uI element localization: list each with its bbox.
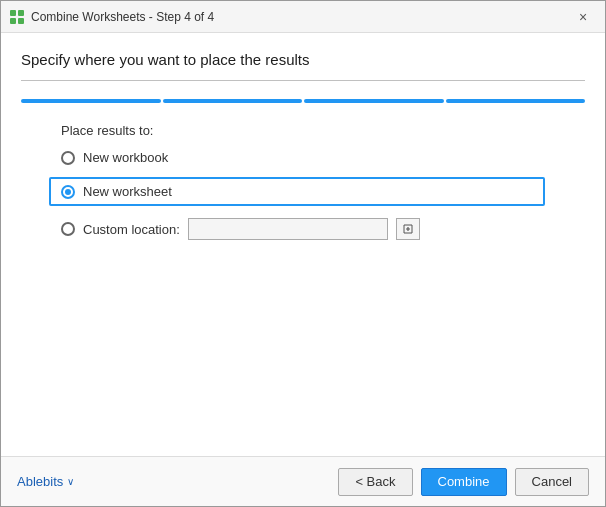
- svg-rect-0: [10, 10, 16, 16]
- radio-group: New workbook New worksheet Custom locati…: [61, 150, 545, 240]
- footer-buttons: < Back Combine Cancel: [338, 468, 589, 496]
- radio-label-custom-location: Custom location:: [83, 222, 180, 237]
- app-icon: [9, 9, 25, 25]
- custom-location-input[interactable]: [188, 218, 388, 240]
- radio-custom-location-row: Custom location:: [61, 218, 545, 240]
- place-results-label: Place results to:: [61, 123, 545, 138]
- header-title: Specify where you want to place the resu…: [21, 51, 585, 68]
- window-title: Combine Worksheets - Step 4 of 4: [31, 10, 214, 24]
- radio-input-custom-location[interactable]: [61, 222, 75, 236]
- steps-bar: [1, 91, 605, 103]
- cancel-button[interactable]: Cancel: [515, 468, 589, 496]
- radio-custom-location[interactable]: Custom location:: [61, 222, 180, 237]
- ablebits-menu-trigger[interactable]: Ablebits ∨: [17, 474, 74, 489]
- header-section: Specify where you want to place the resu…: [1, 33, 605, 91]
- svg-rect-2: [10, 18, 16, 24]
- ablebits-chevron-icon: ∨: [67, 476, 74, 487]
- back-button[interactable]: < Back: [338, 468, 412, 496]
- close-button[interactable]: ×: [569, 3, 597, 31]
- footer: Ablebits ∨ < Back Combine Cancel: [1, 456, 605, 506]
- radio-label-new-workbook: New workbook: [83, 150, 168, 165]
- radio-new-worksheet[interactable]: New worksheet: [49, 177, 545, 206]
- title-bar: Combine Worksheets - Step 4 of 4 ×: [1, 1, 605, 33]
- custom-location-browse-button[interactable]: [396, 218, 420, 240]
- combine-worksheets-dialog: Combine Worksheets - Step 4 of 4 × Speci…: [0, 0, 606, 507]
- radio-new-workbook[interactable]: New workbook: [61, 150, 545, 165]
- combine-button[interactable]: Combine: [421, 468, 507, 496]
- radio-label-new-worksheet: New worksheet: [83, 184, 172, 199]
- ablebits-brand-label: Ablebits: [17, 474, 63, 489]
- title-bar-left: Combine Worksheets - Step 4 of 4: [9, 9, 214, 25]
- header-divider: [21, 80, 585, 81]
- svg-rect-3: [18, 18, 24, 24]
- svg-rect-1: [18, 10, 24, 16]
- content-area: Place results to: New workbook New works…: [1, 103, 605, 456]
- radio-input-new-worksheet[interactable]: [61, 185, 75, 199]
- radio-input-new-workbook[interactable]: [61, 151, 75, 165]
